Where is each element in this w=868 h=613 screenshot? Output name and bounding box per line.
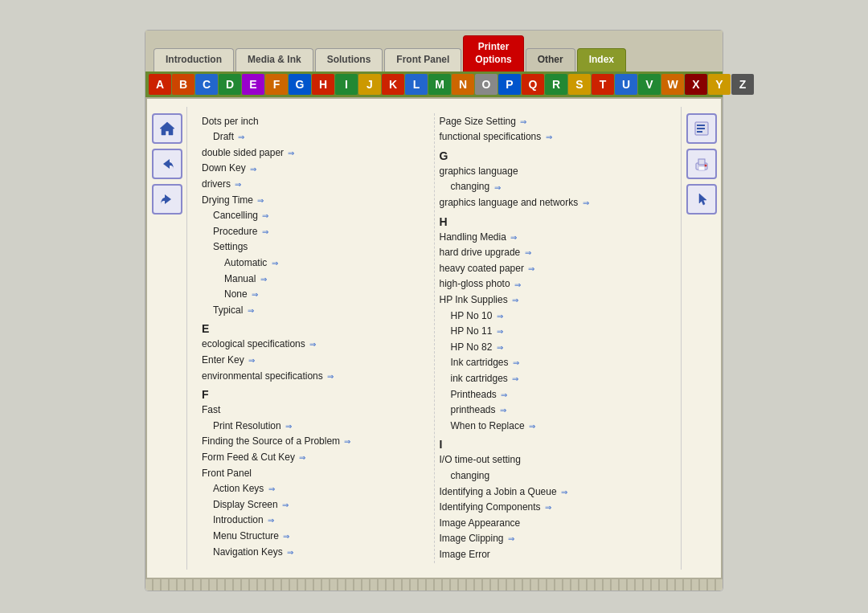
section-letter-E: E [202, 322, 429, 335]
alpha-H[interactable]: H [312, 74, 334, 95]
tab-bar: Introduction Media & Ink Solutions Front… [145, 31, 723, 71]
alpha-W[interactable]: W [661, 74, 684, 95]
list-item[interactable]: functional specifications ⇒ [440, 129, 667, 145]
alpha-Q[interactable]: Q [522, 74, 544, 95]
list-item[interactable]: printheads ⇒ [440, 403, 667, 418]
list-item[interactable]: heavy coated paper ⇒ [440, 261, 667, 276]
alpha-O[interactable]: O [475, 74, 497, 95]
tab-index[interactable]: Index [577, 48, 626, 72]
svg-marker-0 [160, 122, 174, 135]
alpha-V[interactable]: V [638, 74, 661, 95]
right-column: Page Size Setting ⇒ functional specifica… [434, 113, 672, 563]
list-item[interactable]: HP Ink Supplies ⇒ [440, 292, 667, 308]
list-item[interactable]: Down Key ⇒ [202, 161, 429, 176]
list-item[interactable]: Handling Media ⇒ [440, 230, 667, 245]
list-item[interactable]: Draft ⇒ [202, 129, 429, 145]
tab-printer-options[interactable]: PrinterOptions [463, 35, 523, 71]
list-item[interactable]: Ink cartridges ⇒ [440, 355, 667, 370]
list-item[interactable]: Image Clipping ⇒ [440, 531, 667, 546]
list-item[interactable]: Typical ⇒ [202, 303, 429, 318]
pointer-button[interactable] [686, 184, 717, 215]
list-item[interactable]: Display Screen ⇒ [202, 497, 429, 513]
index-content: Dots per inch Draft ⇒ double sided paper… [187, 107, 681, 570]
list-item: Dots per inch [202, 114, 429, 129]
alpha-D[interactable]: D [219, 74, 241, 95]
list-item[interactable]: drivers ⇒ [202, 177, 429, 192]
alpha-M[interactable]: M [428, 74, 451, 95]
list-item[interactable]: Procedure ⇒ [202, 224, 429, 239]
list-item[interactable]: graphics language and networks ⇒ [440, 195, 667, 210]
alpha-F[interactable]: F [265, 74, 288, 95]
list-item[interactable]: Page Size Setting ⇒ [440, 114, 667, 129]
list-item[interactable]: Menu Structure ⇒ [202, 529, 429, 544]
alpha-Z[interactable]: Z [731, 74, 754, 95]
list-item[interactable]: ink cartridges ⇒ [440, 371, 667, 386]
list-item: changing [440, 468, 667, 484]
list-item[interactable]: Navigation Keys ⇒ [202, 545, 429, 560]
list-item[interactable]: Identifying a Jobin a Queue ⇒ [440, 484, 667, 500]
alpha-U[interactable]: U [615, 74, 637, 95]
list-item: Settings [202, 239, 429, 255]
alpha-X[interactable]: X [685, 74, 707, 95]
list-item[interactable]: Action Keys ⇒ [202, 481, 429, 497]
list-item[interactable]: double sided paper ⇒ [202, 145, 429, 161]
svg-rect-3 [697, 128, 705, 129]
tab-media-ink[interactable]: Media & Ink [235, 48, 313, 72]
alpha-T[interactable]: T [592, 74, 614, 95]
contents-button[interactable] [686, 113, 717, 144]
alpha-A[interactable]: A [149, 74, 171, 95]
list-item[interactable]: HP No 11 ⇒ [440, 324, 667, 339]
svg-rect-2 [697, 125, 705, 126]
list-item[interactable]: Manual ⇒ [202, 272, 429, 287]
alpha-I[interactable]: I [335, 74, 358, 95]
list-item[interactable]: Finding the Source of a Problem ⇒ [202, 434, 429, 449]
list-item[interactable]: Drying Time ⇒ [202, 193, 429, 208]
list-item: Front Panel [202, 466, 429, 481]
alpha-bar: A B C D E F G H I J K L M N O P Q R S T … [145, 72, 723, 97]
list-item[interactable]: When to Replace ⇒ [440, 419, 667, 434]
right-nav [681, 107, 721, 570]
forward-button[interactable] [152, 184, 182, 215]
alpha-R[interactable]: R [545, 74, 567, 95]
list-item[interactable]: HP No 82 ⇒ [440, 340, 667, 355]
tab-introduction[interactable]: Introduction [154, 48, 234, 72]
alpha-E[interactable]: E [242, 74, 264, 95]
list-item: Image Appearance [440, 516, 667, 531]
alpha-Y[interactable]: Y [708, 74, 731, 95]
list-item[interactable]: changing ⇒ [440, 179, 667, 194]
print-button[interactable] [686, 149, 717, 179]
alpha-B[interactable]: B [172, 74, 194, 95]
alpha-L[interactable]: L [405, 74, 428, 95]
section-letter-G: G [440, 149, 667, 162]
list-item[interactable]: hard drive upgrade ⇒ [440, 245, 667, 260]
list-item[interactable]: ecological specifications ⇒ [202, 337, 429, 352]
alpha-C[interactable]: C [195, 74, 218, 95]
list-item[interactable]: environmental specifications ⇒ [202, 369, 429, 384]
alpha-P[interactable]: P [498, 74, 521, 95]
back-button[interactable] [152, 149, 182, 179]
list-item[interactable]: Automatic ⇒ [202, 255, 429, 271]
list-item[interactable]: HP No 10 ⇒ [440, 309, 667, 324]
home-button[interactable] [152, 113, 182, 144]
list-item[interactable]: Introduction ⇒ [202, 513, 429, 528]
alpha-G[interactable]: G [289, 74, 311, 95]
list-item[interactable]: Print Resolution ⇒ [202, 419, 429, 434]
list-item[interactable]: Form Feed & Cut Key ⇒ [202, 450, 429, 465]
svg-rect-4 [697, 131, 702, 133]
tab-solutions[interactable]: Solutions [315, 48, 383, 72]
tab-front-panel[interactable]: Front Panel [384, 48, 461, 72]
tab-other[interactable]: Other [526, 48, 575, 72]
list-item[interactable]: None ⇒ [202, 287, 429, 302]
alpha-K[interactable]: K [382, 74, 404, 95]
bottom-bar [145, 579, 723, 591]
list-item[interactable]: Printheads ⇒ [440, 387, 667, 403]
list-item[interactable]: Cancelling ⇒ [202, 208, 429, 223]
alpha-N[interactable]: N [452, 74, 474, 95]
list-item[interactable]: Identifying Components ⇒ [440, 500, 667, 515]
list-item[interactable]: high-gloss photo ⇒ [440, 276, 667, 292]
alpha-J[interactable]: J [358, 74, 381, 95]
list-item[interactable]: Enter Key ⇒ [202, 353, 429, 368]
content-area: Dots per inch Draft ⇒ double sided paper… [145, 97, 723, 579]
alpha-S[interactable]: S [568, 74, 591, 95]
left-column: Dots per inch Draft ⇒ double sided paper… [197, 113, 434, 563]
